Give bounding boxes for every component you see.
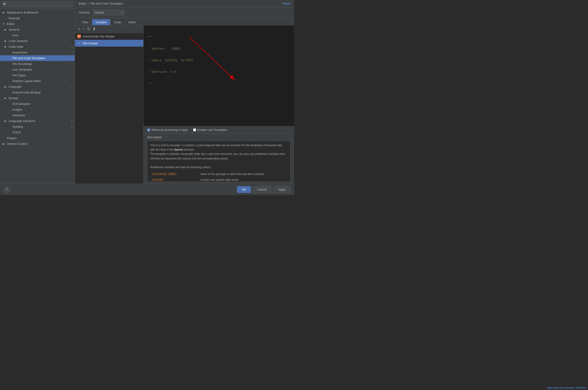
search-wrapper: 🔍: [2, 1, 73, 7]
sidebar-item-emmet[interactable]: ▶Emmet: [0, 95, 75, 101]
copy-icon: ⎘: [71, 63, 73, 65]
copy-template-button[interactable]: ⎘: [87, 27, 91, 31]
tab-other[interactable]: Other: [125, 19, 139, 25]
sidebar-item-spelling[interactable]: Spelling⎘: [0, 124, 75, 130]
sidebar-item-version-control[interactable]: ▶Version Control⎘: [0, 141, 75, 147]
nav-arrow: ▶: [3, 143, 5, 145]
table-row: ${USER} current user system login name: [150, 177, 288, 182]
nav-item-label: Live Templates: [12, 68, 32, 71]
move-template-button[interactable]: ⬇: [92, 27, 97, 31]
sidebar-item-language-injections[interactable]: ▶Language Injections⎘: [0, 118, 75, 124]
nav-item-label: General: [9, 28, 19, 31]
nav-item-label: Inspections: [12, 51, 27, 54]
nav-item-label: File and Code Templates: [12, 56, 45, 60]
nav-arrow: ▶: [4, 40, 7, 42]
sidebar-item-editor[interactable]: ▼Editor: [0, 21, 75, 27]
nav-arrow: ▶: [4, 120, 7, 122]
search-box: 🔍: [0, 0, 75, 9]
code-line: */: [147, 81, 291, 86]
sidebar-item-gui-designer[interactable]: GUI Designer⎘: [0, 101, 75, 107]
tab-includes[interactable]: Includes: [92, 19, 110, 25]
code-editor[interactable]: /** * @author： 作者名 * @date ${DATE} ${TIM…: [144, 25, 294, 126]
code-line: /**: [147, 35, 291, 40]
nav-item-label: Font: [12, 34, 18, 37]
reformat-checkbox-label[interactable]: Reformat according to style: [147, 128, 188, 132]
sidebar-item-color-scheme[interactable]: ▶Color Scheme: [0, 38, 75, 44]
cancel-button[interactable]: Cancel: [253, 186, 272, 193]
sidebar-item-intentions[interactable]: Intentions: [0, 112, 75, 118]
table-row: ${PACKAGE_NAME} name of the package in w…: [150, 171, 288, 177]
tab-code[interactable]: Code: [111, 19, 125, 25]
add-template-button[interactable]: +: [77, 27, 81, 31]
main-content: Editor › File and Code Templates Reset S…: [75, 0, 294, 184]
template-icon-as: AS: [77, 35, 81, 38]
nav-item-label: File Types: [12, 74, 26, 77]
copy-icon: ⎘: [71, 57, 73, 60]
nav-item-label: Copyright: [9, 85, 21, 88]
nav-arrow: ▶: [4, 28, 7, 31]
sidebar: 🔍 ▶Appearance & BehaviorKeymap▼Editor▶Ge…: [0, 0, 75, 184]
nav-item-label: Images: [12, 108, 22, 111]
remove-template-button[interactable]: −: [82, 27, 86, 31]
breadcrumb-current: File and Code Templates: [90, 2, 123, 5]
nav-arrow: ▶: [3, 11, 5, 14]
live-templates-label: Enable Live Templates: [197, 128, 227, 132]
var-name: ${PACKAGE_NAME}: [150, 171, 198, 177]
sidebar-item-general[interactable]: ▶General: [0, 27, 75, 32]
code-line: * @date ${DATE} ${TIME}: [147, 58, 291, 63]
nav-arrow: ▶: [4, 46, 7, 48]
copy-icon: ⎘: [71, 125, 73, 128]
template-item-file-header[interactable]: ≡ File Header: [75, 40, 143, 47]
sidebar-item-inspections[interactable]: Inspections⎘: [0, 49, 75, 55]
tab-files[interactable]: Files: [79, 19, 92, 25]
sidebar-item-code-style[interactable]: ▶Code Style⎘: [0, 44, 75, 49]
editor-area: /** * @author： 作者名 * @date ${DATE} ${TIM…: [144, 25, 294, 133]
ok-button[interactable]: OK: [237, 186, 251, 193]
nav-item-label: GUI Designer: [12, 102, 30, 105]
help-button[interactable]: ?: [4, 187, 10, 193]
nav-item-label: Color Scheme: [9, 39, 27, 43]
nav-item-label: Android Data Binding: [12, 91, 41, 94]
reset-button[interactable]: Reset: [283, 2, 291, 5]
nav-item-label: Android Layout Editor: [12, 79, 41, 83]
description-box: This is a built-in template. It contains…: [147, 141, 291, 182]
sidebar-item-file-and-code-templates[interactable]: File and Code Templates⎘: [0, 55, 75, 61]
live-templates-checkbox[interactable]: [193, 128, 196, 131]
copy-icon: ⎘: [71, 102, 73, 105]
settings-dialog: 🔍 ▶Appearance & BehaviorKeymap▼Editor▶Ge…: [0, 0, 294, 195]
reformat-label: Reformat according to style: [151, 128, 188, 132]
nav-item-label: Intentions: [12, 114, 25, 117]
sidebar-item-file-encodings[interactable]: File Encodings⎘: [0, 61, 75, 67]
template-icon-file: ≡: [77, 41, 81, 45]
template-list: + − ⎘ ⬇ AS ActionScript File Header ≡ Fi…: [75, 25, 144, 184]
sidebar-item-todo[interactable]: TODO: [0, 130, 75, 135]
sidebar-item-images[interactable]: Images: [0, 107, 75, 112]
scheme-select-wrapper: Default Project ▼: [93, 10, 125, 15]
sidebar-item-android-data-binding[interactable]: Android Data Binding: [0, 90, 75, 95]
live-templates-checkbox-label[interactable]: Enable Live Templates: [193, 128, 227, 132]
search-icon: 🔍: [3, 3, 7, 6]
sidebar-item-live-templates[interactable]: Live Templates: [0, 67, 75, 72]
var-name: ${USER}: [150, 177, 198, 182]
apply-button[interactable]: Apply: [273, 186, 291, 193]
nav-tree: ▶Appearance & BehaviorKeymap▼Editor▶Gene…: [0, 9, 75, 184]
nav-item-label: TODO: [12, 131, 21, 134]
sidebar-item-copyright[interactable]: ▶Copyright⎘: [0, 84, 75, 90]
desc-text-1: This is a built-in template. It contains…: [150, 144, 285, 160]
sidebar-item-keymap[interactable]: Keymap: [0, 15, 75, 21]
var-desc: name of the package in which the new fil…: [198, 171, 288, 177]
sidebar-item-android-layout-editor[interactable]: Android Layout Editor: [0, 78, 75, 84]
sidebar-item-plugins[interactable]: Plugins: [0, 135, 75, 141]
scheme-select[interactable]: Default Project: [93, 10, 125, 15]
template-item-actionscript-file-header[interactable]: AS ActionScript File Header: [75, 33, 143, 40]
sidebar-item-file-types[interactable]: File Types: [0, 72, 75, 78]
var-desc: current user system login name: [198, 177, 288, 182]
breadcrumb: Editor › File and Code Templates: [79, 2, 123, 5]
breadcrumb-bar: Editor › File and Code Templates Reset: [75, 0, 294, 7]
code-line: * @author： 作者名: [147, 47, 291, 51]
search-input[interactable]: [2, 1, 73, 7]
sidebar-item-font[interactable]: Font: [0, 32, 75, 38]
sidebar-item-appearance-&-behavior[interactable]: ▶Appearance & Behavior: [0, 10, 75, 15]
reformat-checkbox[interactable]: [147, 128, 150, 131]
code-line: * @version 1.0: [147, 70, 291, 74]
